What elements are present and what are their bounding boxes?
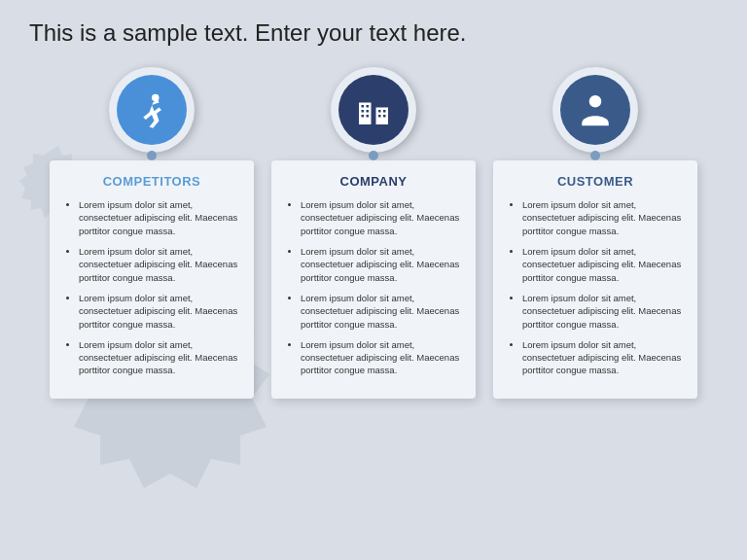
company-icon bbox=[338, 75, 409, 145]
company-list-item-3: Lorem ipsum dolor sit amet, consectetuer… bbox=[301, 338, 462, 377]
svg-rect-12 bbox=[383, 115, 386, 118]
competitors-icon bbox=[117, 75, 187, 145]
customer-list: Lorem ipsum dolor sit amet, consectetuer… bbox=[507, 198, 684, 377]
company-list: Lorem ipsum dolor sit amet, consectetuer… bbox=[285, 198, 462, 377]
competitors-card: COMPETITORSLorem ipsum dolor sit amet, c… bbox=[50, 160, 254, 399]
company-title: COMPANY bbox=[285, 174, 462, 189]
svg-rect-8 bbox=[367, 115, 370, 118]
svg-rect-7 bbox=[362, 115, 365, 118]
customer-connector bbox=[590, 151, 600, 160]
svg-rect-1 bbox=[359, 103, 372, 125]
customer-list-item-1: Lorem ipsum dolor sit amet, consectetuer… bbox=[522, 245, 684, 284]
customer-list-item-2: Lorem ipsum dolor sit amet, consectetuer… bbox=[522, 292, 684, 331]
customer-list-item-3: Lorem ipsum dolor sit amet, consectetuer… bbox=[522, 338, 684, 377]
svg-rect-2 bbox=[376, 108, 389, 125]
competitors-list-item-0: Lorem ipsum dolor sit amet, consectetuer… bbox=[79, 198, 240, 237]
competitors-list-item-2: Lorem ipsum dolor sit amet, consectetuer… bbox=[79, 292, 240, 331]
svg-point-13 bbox=[589, 95, 602, 108]
column-customer: CUSTOMERLorem ipsum dolor sit amet, cons… bbox=[493, 67, 697, 399]
customer-card: CUSTOMERLorem ipsum dolor sit amet, cons… bbox=[493, 160, 697, 399]
svg-rect-10 bbox=[383, 110, 386, 113]
company-list-item-0: Lorem ipsum dolor sit amet, consectetuer… bbox=[301, 198, 462, 237]
customer-icon bbox=[560, 75, 630, 145]
header: This is a sample text. Enter your text h… bbox=[0, 0, 747, 57]
customer-icon-outer bbox=[552, 67, 638, 153]
company-card: COMPANYLorem ipsum dolor sit amet, conse… bbox=[271, 160, 476, 399]
company-list-item-2: Lorem ipsum dolor sit amet, consectetuer… bbox=[301, 292, 462, 331]
company-list-item-1: Lorem ipsum dolor sit amet, consectetuer… bbox=[301, 245, 462, 284]
svg-rect-9 bbox=[378, 110, 381, 113]
column-competitors: COMPETITORSLorem ipsum dolor sit amet, c… bbox=[50, 67, 254, 399]
competitors-title: COMPETITORS bbox=[63, 174, 240, 189]
columns-wrapper: COMPETITORSLorem ipsum dolor sit amet, c… bbox=[0, 57, 747, 418]
column-company: COMPANYLorem ipsum dolor sit amet, conse… bbox=[271, 67, 476, 399]
competitors-list-item-1: Lorem ipsum dolor sit amet, consectetuer… bbox=[79, 245, 240, 284]
svg-rect-11 bbox=[378, 115, 381, 118]
page-title: This is a sample text. Enter your text h… bbox=[29, 18, 718, 48]
svg-rect-5 bbox=[362, 110, 365, 113]
company-icon-outer bbox=[331, 67, 416, 153]
competitors-list: Lorem ipsum dolor sit amet, consectetuer… bbox=[63, 198, 240, 377]
customer-title: CUSTOMER bbox=[507, 174, 684, 189]
customer-list-item-0: Lorem ipsum dolor sit amet, consectetuer… bbox=[522, 198, 684, 237]
company-connector bbox=[369, 151, 378, 160]
svg-rect-6 bbox=[367, 110, 370, 113]
competitors-connector bbox=[147, 151, 157, 160]
svg-rect-4 bbox=[367, 105, 370, 108]
competitors-list-item-3: Lorem ipsum dolor sit amet, consectetuer… bbox=[79, 338, 240, 377]
competitors-icon-outer bbox=[109, 67, 195, 153]
svg-rect-3 bbox=[362, 105, 365, 108]
